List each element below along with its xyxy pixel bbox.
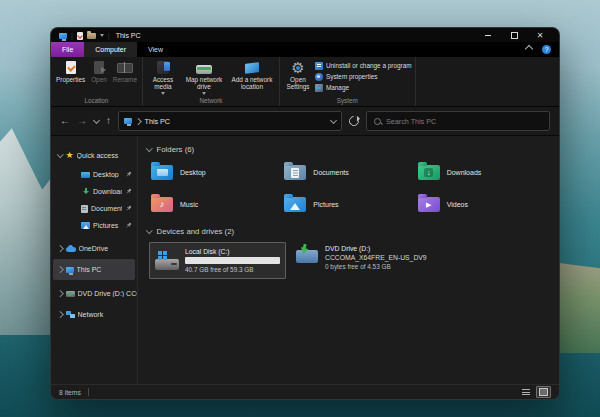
back-button[interactable]: ←: [60, 116, 70, 126]
large-icons-view-button[interactable]: [536, 386, 551, 398]
qat-properties-icon[interactable]: [77, 32, 83, 40]
pictures-folder-icon: [284, 197, 306, 212]
window-title: This PC: [116, 32, 141, 39]
dropdown-caret-icon: [202, 92, 206, 95]
onedrive-cloud-icon: [66, 247, 76, 252]
rename-icon: [117, 63, 133, 73]
minimize-button[interactable]: [477, 30, 499, 41]
minimize-ribbon-icon[interactable]: [525, 45, 533, 53]
folder-tile-music[interactable]: ♪ Music: [151, 191, 284, 218]
qat-customize-caret-icon[interactable]: [100, 34, 104, 37]
collapse-chevron-icon[interactable]: [146, 145, 152, 151]
pin-icon: [125, 171, 132, 179]
up-button[interactable]: ↑: [106, 116, 111, 126]
details-view-button[interactable]: [518, 386, 533, 398]
tab-file[interactable]: File: [51, 42, 84, 57]
gear-icon: ⚙: [291, 60, 304, 75]
drive-free-space: 40.7 GB free of 59.3 GB: [185, 266, 280, 273]
manage-button[interactable]: Manage: [315, 83, 412, 92]
system-properties-icon: [315, 73, 323, 81]
properties-button[interactable]: Properties: [54, 59, 87, 84]
folder-tile-documents[interactable]: Documents: [284, 159, 417, 186]
content-pane: Folders (6) Desktop Documents ↓ Download…: [138, 136, 559, 384]
chevron-right-icon[interactable]: [57, 266, 63, 272]
maximize-button[interactable]: [503, 30, 525, 41]
close-button[interactable]: ✕: [529, 30, 551, 41]
breadcrumb[interactable]: This PC: [145, 117, 171, 126]
pin-icon: [125, 222, 132, 230]
address-dropdown-icon[interactable]: [330, 116, 337, 123]
drive-name: DVD Drive (D:): [325, 245, 427, 252]
refresh-icon[interactable]: [347, 114, 361, 128]
collapse-chevron-icon[interactable]: [146, 227, 152, 233]
sidebar-item-dvd-drive[interactable]: DVD Drive (D:) CCCC: [51, 283, 137, 304]
disk-usage-bar: [185, 257, 280, 264]
network-icon: [66, 311, 75, 318]
sidebar-item-pictures[interactable]: Pictures: [51, 217, 137, 234]
chevron-right-icon[interactable]: [57, 245, 63, 251]
rename-button[interactable]: Rename: [111, 59, 139, 84]
this-pc-icon: [66, 267, 74, 273]
folders-grid: Desktop Documents ↓ Downloads ♪ Music Pi…: [151, 159, 551, 218]
forward-button[interactable]: →: [77, 116, 87, 126]
dropdown-caret-icon: [161, 92, 165, 95]
map-network-drive-button[interactable]: Map network drive: [182, 59, 226, 96]
ribbon-group-location: Properties Open Rename Location: [51, 57, 143, 106]
sidebar-item-network[interactable]: Network: [51, 304, 137, 325]
folder-tile-desktop[interactable]: Desktop: [151, 159, 284, 186]
tab-view[interactable]: View: [137, 42, 174, 57]
system-properties-button[interactable]: System properties: [315, 72, 412, 81]
hard-drive-icon: [155, 259, 179, 270]
folder-tile-pictures[interactable]: Pictures: [284, 191, 417, 218]
group-label-location: Location: [54, 96, 139, 106]
dvd-drive-tile[interactable]: DVD Drive (D:) CCCOMA_X64FRE_EN-US_DV9 0…: [296, 242, 427, 279]
downloads-folder-icon: ↓: [418, 165, 440, 180]
items-count: 8 items: [59, 389, 81, 396]
chevron-right-icon[interactable]: [57, 290, 63, 296]
help-icon[interactable]: ?: [542, 45, 551, 54]
desktop: { "titlebar": { "title": "This PC" }, "t…: [0, 0, 600, 417]
drives-section-header[interactable]: Devices and drives (2): [147, 225, 551, 238]
sidebar-item-documents[interactable]: Documents: [51, 200, 137, 217]
pin-icon: [125, 188, 132, 196]
sidebar-item-downloads[interactable]: Downloads: [51, 183, 137, 200]
downloads-icon: [81, 188, 90, 196]
search-input[interactable]: [386, 117, 542, 126]
minimize-icon: [485, 35, 491, 36]
sidebar-item-desktop[interactable]: Desktop: [51, 166, 137, 183]
folders-section-header[interactable]: Folders (6): [147, 143, 551, 156]
recent-locations-caret-icon[interactable]: [93, 116, 100, 123]
uninstall-program-button[interactable]: Uninstall or change a program: [315, 61, 412, 70]
breadcrumb-chevron-icon: [135, 118, 141, 124]
close-icon: ✕: [537, 32, 544, 40]
address-bar[interactable]: This PC: [118, 111, 342, 131]
ribbon-group-system: ⚙ Open Settings Uninstall or change a pr…: [280, 57, 416, 106]
sidebar-item-quick-access[interactable]: ★ Quick access: [51, 145, 137, 166]
search-box[interactable]: [366, 111, 550, 131]
access-media-button[interactable]: Access media: [146, 59, 180, 96]
quick-access-star-icon: ★: [66, 151, 74, 160]
this-pc-icon: [59, 33, 67, 39]
pictures-icon: [81, 222, 90, 229]
qat-new-folder-icon[interactable]: [87, 33, 96, 39]
sidebar-item-onedrive[interactable]: OneDrive: [51, 238, 137, 259]
music-folder-icon: ♪: [151, 197, 173, 212]
tab-computer[interactable]: Computer: [84, 42, 137, 57]
access-media-icon: [157, 61, 169, 74]
open-settings-button[interactable]: ⚙ Open Settings: [283, 59, 313, 92]
chevron-right-icon[interactable]: [57, 311, 63, 317]
this-pc-icon: [124, 118, 132, 124]
map-network-drive-icon: [196, 65, 212, 74]
add-network-location-button[interactable]: Add a network location: [228, 59, 276, 92]
local-disk-tile[interactable]: Local Disk (C:) 40.7 GB free of 59.3 GB: [149, 242, 286, 279]
ribbon-tabs: File Computer View ?: [51, 42, 559, 57]
chevron-down-icon[interactable]: [57, 151, 63, 157]
open-button[interactable]: Open: [89, 59, 109, 84]
sidebar-item-this-pc[interactable]: This PC: [53, 259, 135, 280]
group-label-system: System: [283, 96, 412, 106]
volume-label: CCCOMA_X64FRE_EN-US_DV9: [325, 254, 427, 261]
folder-tile-videos[interactable]: ▶ Videos: [418, 191, 551, 218]
drive-free-space: 0 bytes free of 4.53 GB: [325, 263, 427, 270]
main-area: ★ Quick access Desktop Downloads Documen…: [51, 136, 559, 384]
folder-tile-downloads[interactable]: ↓ Downloads: [418, 159, 551, 186]
